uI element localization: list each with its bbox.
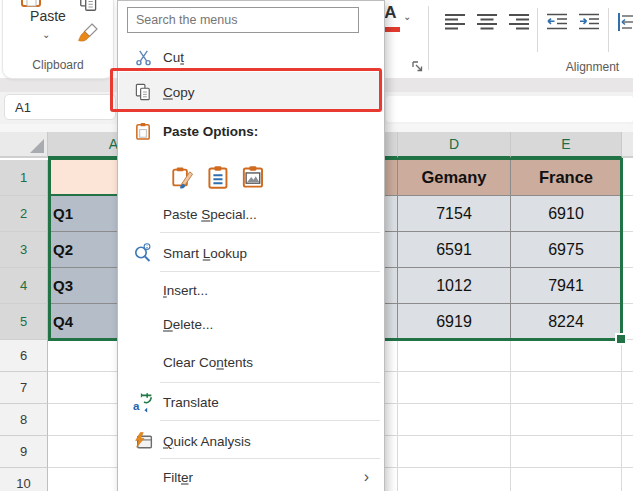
menu-item-translate[interactable]: aTranslate: [119, 387, 383, 417]
menu-item-clear-contents[interactable]: Clear Contents: [119, 347, 383, 377]
cell-D9[interactable]: [398, 436, 511, 468]
cell-D2[interactable]: 7154: [398, 196, 511, 232]
quick-analysis-icon: [131, 430, 155, 452]
row-header-2[interactable]: 2: [0, 196, 48, 232]
cell-E3[interactable]: 6975: [511, 232, 622, 268]
row-header-1[interactable]: 1: [0, 160, 48, 196]
align-left-icon[interactable]: [443, 12, 467, 36]
cell-E6[interactable]: [511, 340, 622, 372]
cell-F8[interactable]: [622, 404, 633, 436]
menu-item-label: Delete...: [163, 317, 213, 332]
button-divider: [608, 8, 609, 52]
paste-dropdown-chevron-icon[interactable]: ⌄: [42, 30, 50, 40]
menu-item-paste-options[interactable]: Paste Options:: [119, 117, 383, 145]
menu-separator: [160, 420, 380, 421]
paste-keep-formatting-icon[interactable]: [168, 162, 198, 192]
cell-F9[interactable]: [622, 436, 633, 468]
wrap-text-icon[interactable]: [616, 11, 633, 37]
cell-E2[interactable]: 6910: [511, 196, 622, 232]
menu-item-label: Cut: [163, 50, 184, 65]
selection-border-right: [620, 158, 623, 340]
cell-E8[interactable]: [511, 404, 622, 436]
cell-D5[interactable]: 6919: [398, 304, 511, 340]
dialog-launcher-icon[interactable]: [411, 59, 424, 77]
row-header-8[interactable]: 8: [0, 404, 48, 436]
select-all-corner[interactable]: [0, 132, 48, 158]
format-painter-icon[interactable]: [78, 22, 100, 48]
paste-values-icon[interactable]: [203, 162, 233, 192]
row-header-3[interactable]: 3: [0, 232, 48, 268]
row-header-7[interactable]: 7: [0, 372, 48, 404]
cell-D6[interactable]: [398, 340, 511, 372]
clipboard-group-label: Clipboard: [12, 58, 104, 72]
formula-input[interactable]: [386, 96, 633, 122]
submenu-chevron-icon: ›: [364, 468, 369, 486]
increase-indent-icon[interactable]: [577, 12, 601, 36]
name-box[interactable]: A1: [4, 94, 116, 120]
menu-separator: [160, 382, 380, 383]
menu-item-label: Quick Analysis: [163, 434, 251, 449]
menu-item-label: Paste Options:: [163, 124, 258, 139]
decrease-indent-icon[interactable]: [545, 12, 569, 36]
cell-E9[interactable]: [511, 436, 622, 468]
column-header-D[interactable]: D: [398, 132, 511, 158]
cell-F4[interactable]: [622, 268, 633, 304]
excel-window: ADE12345678910Q1Q2Q3Q4Gemany715465911012…: [0, 0, 633, 491]
column-header-E[interactable]: E: [511, 132, 622, 158]
cell-E5[interactable]: 8224: [511, 304, 622, 340]
button-divider: [537, 8, 538, 52]
menu-item-filter[interactable]: Filter›: [119, 462, 383, 491]
cell-F2[interactable]: [622, 196, 633, 232]
cell-D1[interactable]: Gemany: [398, 160, 511, 196]
cell-F10[interactable]: [622, 468, 633, 491]
smart-lookup-icon: [131, 242, 155, 264]
menu-item-paste-special[interactable]: Paste Special...: [119, 199, 383, 229]
cell-D4[interactable]: 1012: [398, 268, 511, 304]
cell-F3[interactable]: [622, 232, 633, 268]
row-header-9[interactable]: 9: [0, 436, 48, 468]
row-header-5[interactable]: 5: [0, 304, 48, 340]
row-header-6[interactable]: 6: [0, 340, 48, 372]
copy-pages-icon[interactable]: [78, 0, 100, 17]
paste-options-row: [119, 155, 383, 199]
menu-separator: [160, 271, 380, 272]
row-header-4[interactable]: 4: [0, 268, 48, 304]
cell-F6[interactable]: [622, 340, 633, 372]
cell-E4[interactable]: 7941: [511, 268, 622, 304]
cell-D7[interactable]: [398, 372, 511, 404]
paste-clipboard-icon: [131, 120, 155, 142]
menu-item-label: Filter: [163, 470, 193, 485]
cell-E10[interactable]: [511, 468, 622, 491]
translate-icon: a: [131, 391, 155, 413]
column-header-F[interactable]: [622, 132, 633, 158]
menu-separator: [160, 458, 380, 459]
align-center-icon[interactable]: [475, 12, 499, 36]
menu-item-label: Paste Special...: [163, 207, 257, 222]
cell-D10[interactable]: [398, 468, 511, 491]
cell-F7[interactable]: [622, 372, 633, 404]
copy-highlight-annotation: [110, 68, 382, 112]
cell-D8[interactable]: [398, 404, 511, 436]
select-all-triangle-icon: [30, 139, 44, 153]
align-right-icon[interactable]: [507, 12, 531, 36]
menu-item-label: Translate: [163, 395, 219, 410]
search-input[interactable]: [127, 7, 359, 33]
group-divider: [428, 6, 429, 70]
row-header-10[interactable]: 10: [0, 468, 48, 491]
menu-item-delete[interactable]: Delete...: [119, 309, 383, 339]
paste-button[interactable]: Paste: [18, 8, 78, 24]
fill-handle[interactable]: [617, 335, 625, 343]
menu-item-smart-lookup[interactable]: Smart Lookup: [119, 238, 383, 268]
cell-E7[interactable]: [511, 372, 622, 404]
selection-border-left: [48, 158, 51, 340]
svg-text:a: a: [133, 399, 140, 411]
cell-F1[interactable]: [622, 160, 633, 196]
menu-item-quick-analysis[interactable]: Quick Analysis: [119, 426, 383, 456]
cell-E1[interactable]: France: [511, 160, 622, 196]
menu-item-label: Smart Lookup: [163, 246, 247, 261]
menu-item-insert[interactable]: Insert...: [119, 275, 383, 305]
cell-D3[interactable]: 6591: [398, 232, 511, 268]
paste-picture-icon[interactable]: [238, 162, 268, 192]
font-color-chevron-icon[interactable]: ⌄: [403, 12, 411, 22]
menu-item-label: Insert...: [163, 283, 208, 298]
